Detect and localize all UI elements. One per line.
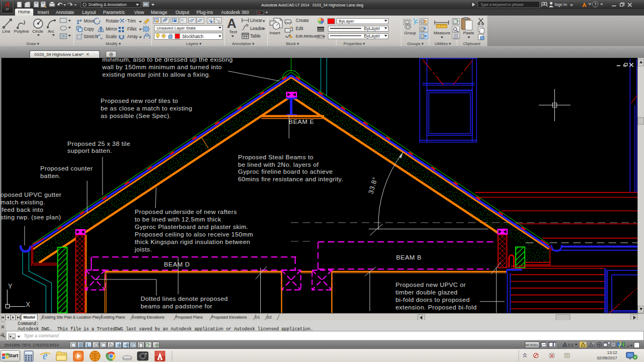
svg-text:bi-fold doors to proposed: bi-fold doors to proposed [396, 296, 470, 303]
svg-text:as possible (See Spec).: as possible (See Spec). [101, 112, 172, 119]
svg-text:extension. Proposed bi-fold: extension. Proposed bi-fold [396, 304, 477, 311]
svg-text:be as close a match to existin: be as close a match to existing [101, 105, 193, 112]
svg-text:Dotted lines denote proposed: Dotted lines denote proposed [141, 295, 228, 302]
svg-text:e: e [43, 350, 48, 361]
svg-text:be lined with 2No. layers of: be lined with 2No. layers of [238, 161, 319, 168]
svg-text:?: ? [594, 2, 597, 7]
svg-text:Proposed 25 x 38 tile: Proposed 25 x 38 tile [68, 140, 130, 147]
svg-text:minimum, also to be dressed up: minimum, also to be dressed up the exist… [103, 58, 233, 63]
svg-text:sting rwp. (see plan): sting rwp. (see plan) [1, 213, 61, 220]
svg-text:batten.: batten. [40, 172, 61, 179]
svg-text:thick Kingspan rigid insulatio: thick Kingspan rigid insulation between [135, 238, 250, 245]
svg-text:Proposed new roof tiles to: Proposed new roof tiles to [101, 97, 178, 104]
svg-text:Proposed Steal Beams to: Proposed Steal Beams to [238, 153, 314, 160]
svg-text:Gyproc fireline board to achie: Gyproc fireline board to achieve [238, 168, 333, 175]
svg-text:existing mortar joint to allow: existing mortar joint to allow a fixing. [103, 71, 211, 78]
svg-text:wall by 150mm minimum and turn: wall by 150mm minimum and turned into [102, 63, 222, 70]
svg-text:BEAM E: BEAM E [289, 118, 314, 125]
svg-text:Proposed ceiling to also recei: Proposed ceiling to also receive 150mm [135, 231, 253, 238]
svg-text:60mins fire resistance and int: 60mins fire resistance and integrity. [238, 175, 343, 182]
svg-text:feed back into: feed back into [2, 206, 43, 213]
svg-text:BEAM B: BEAM B [396, 254, 422, 261]
svg-text:support batten.: support batten. [68, 147, 112, 154]
svg-text:X: X [26, 301, 30, 308]
svg-text:1:1: 1:1 [568, 343, 573, 348]
svg-text:Proposed counter: Proposed counter [40, 165, 93, 172]
svg-text:BEAM D: BEAM D [164, 261, 190, 268]
svg-text:timber double glazed: timber double glazed [396, 289, 458, 295]
svg-text:oposed UPVC gutter: oposed UPVC gutter [1, 191, 62, 198]
svg-text:LT: LT [159, 359, 162, 361]
svg-text:to be lined with 12.5mm thick: to be lined with 12.5mm thick [135, 216, 221, 223]
svg-text:beams and padstone for: beams and padstone for [141, 302, 213, 309]
svg-text:Y: Y [8, 283, 12, 290]
svg-text:Gyproc Plasterboard and plaste: Gyproc Plasterboard and plaster skim. [135, 223, 248, 230]
svg-text:Proposed underside of new raft: Proposed underside of new rafters [135, 208, 237, 215]
svg-text:match existing.: match existing. [1, 198, 45, 205]
svg-text:Proposed new UPVC or: Proposed new UPVC or [396, 281, 466, 288]
svg-text:joists.: joists. [134, 246, 152, 253]
